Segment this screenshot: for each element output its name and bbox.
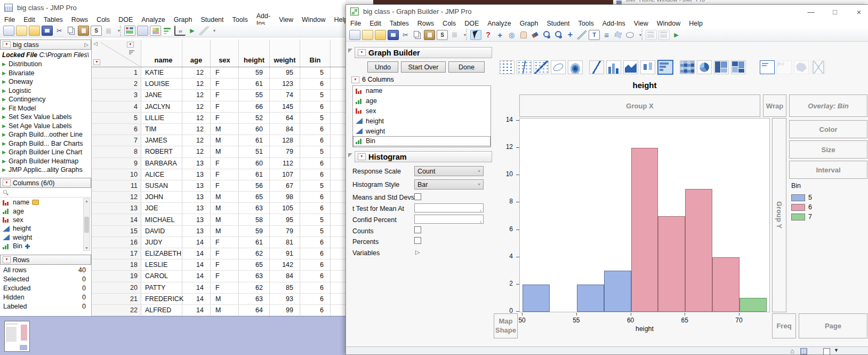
palette-icon[interactable] xyxy=(517,60,532,74)
cell-bin[interactable]: 6 xyxy=(300,135,331,146)
palette-icon[interactable] xyxy=(551,60,566,74)
response-scale-select[interactable]: Count ˅ xyxy=(414,166,484,176)
cell-weight[interactable]: 79 xyxy=(270,226,300,236)
cell-name[interactable]: JOHN xyxy=(141,192,182,202)
cell-sex[interactable]: M xyxy=(211,214,239,225)
cell-sex[interactable]: M xyxy=(211,305,239,315)
menu-item[interactable]: DOE xyxy=(460,19,483,28)
columns-red-triangle-icon[interactable] xyxy=(127,42,134,48)
column-item[interactable]: age xyxy=(0,207,83,215)
toolbar-icon[interactable] xyxy=(150,26,161,36)
menu-item[interactable]: DOE xyxy=(114,15,137,25)
menu-item[interactable]: Edit xyxy=(19,15,39,25)
histogram-bar[interactable] xyxy=(604,271,631,312)
cell-name[interactable]: SUSAN xyxy=(141,180,182,191)
cell-bin[interactable]: 5 xyxy=(300,146,331,157)
palette-icon[interactable] xyxy=(777,60,792,74)
cell-height[interactable]: 64 xyxy=(239,305,270,315)
red-triangle-icon[interactable] xyxy=(3,179,11,186)
cell-bin[interactable]: 6 xyxy=(300,248,331,259)
cell-name[interactable]: ALICE xyxy=(141,169,182,180)
cell-weight[interactable]: 105 xyxy=(270,203,300,214)
cell-age[interactable]: 13 xyxy=(182,214,211,225)
scroll-thumb[interactable] xyxy=(84,217,89,233)
toolbar-icon[interactable] xyxy=(483,30,493,40)
cell-height[interactable]: 52 xyxy=(239,113,270,123)
cell-sex[interactable]: M xyxy=(211,226,239,236)
cell-weight[interactable]: 98 xyxy=(270,192,300,202)
cell-name[interactable]: LILLIE xyxy=(141,113,182,123)
cell-bin[interactable]: 5 xyxy=(300,67,331,78)
cell-sex[interactable]: F xyxy=(211,282,239,293)
cell-age[interactable]: 12 xyxy=(182,78,211,89)
done-button[interactable]: Done xyxy=(448,61,485,73)
menu-item[interactable]: Help xyxy=(329,15,345,25)
collapse-triangle-icon[interactable] xyxy=(348,49,352,53)
cell-sex[interactable]: M xyxy=(211,192,239,202)
rows-stat[interactable]: Hidden 0 xyxy=(0,293,91,302)
column-item[interactable]: sex xyxy=(353,106,491,116)
palette-icon[interactable] xyxy=(623,60,638,74)
row-number[interactable]: 5 xyxy=(92,113,141,123)
menu-item[interactable]: Window xyxy=(653,19,685,28)
column-item[interactable]: Bin xyxy=(353,136,491,146)
toolbar-icon[interactable] xyxy=(349,30,360,40)
run-script-icon[interactable]: ▶ xyxy=(2,114,6,120)
row-number[interactable]: 2 xyxy=(92,78,141,89)
cell-weight[interactable]: 128 xyxy=(270,135,300,146)
toolbar-icon[interactable] xyxy=(542,30,552,40)
cell-weight[interactable]: 99 xyxy=(270,305,300,315)
size-zone[interactable]: Size xyxy=(789,140,867,159)
cell-height[interactable]: 61 xyxy=(239,135,270,146)
cell-sex[interactable]: M xyxy=(211,146,239,157)
cell-age[interactable]: 13 xyxy=(182,158,211,169)
cell-weight[interactable]: 81 xyxy=(270,237,300,248)
histogram-bar[interactable] xyxy=(740,298,767,312)
menu-item[interactable]: Graph xyxy=(516,19,543,28)
toolbar-icon[interactable] xyxy=(646,30,657,40)
run-script-icon[interactable]: ▶ xyxy=(2,149,6,155)
menu-item[interactable]: Analyze xyxy=(483,19,515,28)
freq-zone[interactable]: Freq xyxy=(772,313,796,338)
cell-weight[interactable]: 142 xyxy=(270,259,300,270)
run-script-icon[interactable]: ▶ xyxy=(2,132,6,137)
journal-grid-icon[interactable] xyxy=(800,348,807,354)
toolbar-icon[interactable] xyxy=(589,30,600,40)
cell-weight[interactable]: 84 xyxy=(270,124,300,135)
palette-icon[interactable] xyxy=(794,60,809,74)
means-std-devs-checkbox[interactable] xyxy=(414,193,421,200)
cell-bin[interactable]: 6 xyxy=(300,271,331,281)
run-script-icon[interactable]: ▶ xyxy=(2,70,6,76)
run-script-icon[interactable]: ▶ xyxy=(2,141,6,146)
red-triangle-icon[interactable] xyxy=(358,153,366,160)
menu-item[interactable]: Student xyxy=(542,19,574,28)
run-script-icon[interactable]: ▶ xyxy=(2,159,6,164)
toolbar-icon[interactable] xyxy=(400,30,411,40)
menu-item[interactable]: Edit xyxy=(365,19,385,28)
cell-age[interactable]: 12 xyxy=(182,135,211,146)
toolbar-icon[interactable] xyxy=(495,30,505,40)
cell-name[interactable]: JUDY xyxy=(141,237,182,248)
cell-weight[interactable]: 85 xyxy=(270,282,300,293)
histogram-bar[interactable] xyxy=(658,216,685,312)
histogram-plot[interactable] xyxy=(519,118,770,312)
cell-sex[interactable]: M xyxy=(211,294,239,304)
column-header-age[interactable]: age xyxy=(182,40,211,67)
column-search[interactable] xyxy=(0,188,91,198)
row-number[interactable]: 4 xyxy=(92,101,141,112)
cell-name[interactable]: CAROL xyxy=(141,271,182,281)
cell-height[interactable]: 59 xyxy=(239,67,270,78)
toolbar-icon[interactable] xyxy=(103,26,114,35)
script-item[interactable]: ▶ Set Age Value Labels xyxy=(0,122,91,131)
menu-item[interactable]: Analyze xyxy=(137,15,169,25)
cell-name[interactable]: PATTY xyxy=(141,282,182,293)
palette-icon[interactable] xyxy=(640,60,655,74)
rows-stat[interactable]: Labeled 0 xyxy=(0,302,91,311)
cell-age[interactable]: 12 xyxy=(182,146,211,157)
palette-icon[interactable] xyxy=(606,60,621,74)
script-item[interactable]: ▶ Oneway xyxy=(0,77,91,86)
cell-height[interactable]: 65 xyxy=(239,192,270,202)
menu-item[interactable]: File xyxy=(346,19,365,28)
cell-weight[interactable]: 145 xyxy=(270,101,300,112)
cell-name[interactable]: FREDERICK xyxy=(141,294,182,304)
